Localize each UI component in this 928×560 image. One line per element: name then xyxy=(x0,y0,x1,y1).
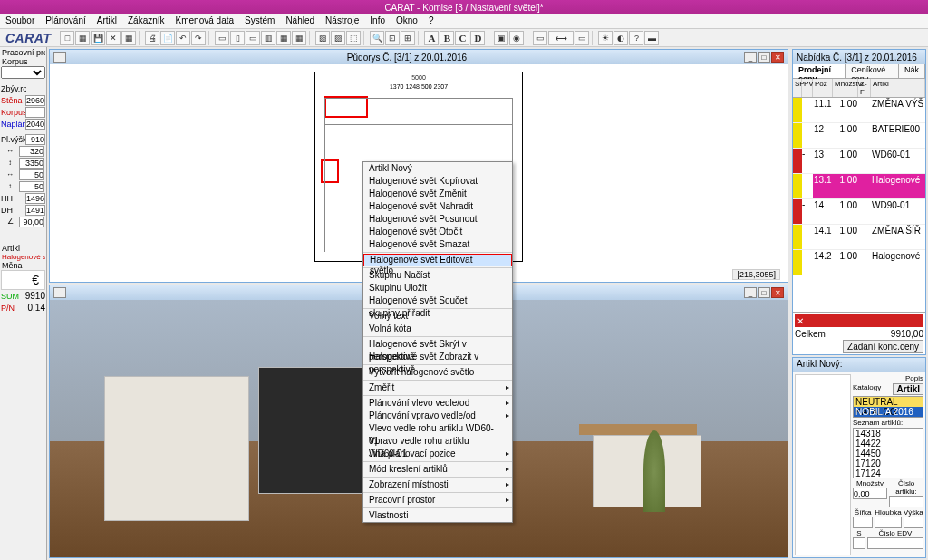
tool-btn[interactable]: ▣ xyxy=(494,31,508,45)
dim-input[interactable] xyxy=(19,146,44,157)
article-code-item[interactable]: 14450 xyxy=(854,449,923,459)
menu-info[interactable]: Info xyxy=(364,14,391,28)
arrow-icon[interactable]: ↔ xyxy=(1,170,19,179)
korpus-select[interactable] xyxy=(1,66,45,79)
tool-btn[interactable]: ↶ xyxy=(176,31,190,45)
depth-input[interactable] xyxy=(875,517,901,528)
catalog-item[interactable]: NOBILIA 2016 xyxy=(854,407,923,417)
context-menu-item[interactable]: Halogenové svět Smazat xyxy=(363,238,512,251)
zadani-button[interactable]: Zadání konc.ceny xyxy=(843,340,923,353)
dim-input[interactable] xyxy=(19,181,44,192)
zoom-icon[interactable]: 🔍 xyxy=(370,31,384,45)
tool-btn[interactable]: ◐ xyxy=(614,31,628,45)
context-menu-item[interactable]: Halogenové svět Nahradit xyxy=(363,200,512,213)
menu-soubor[interactable]: Soubor xyxy=(0,14,40,28)
catalog-list[interactable]: NEUTRAL KATALOG NOBILIA 2016 xyxy=(853,396,923,418)
article-code-item[interactable]: 17124 xyxy=(854,468,923,478)
context-menu-item[interactable]: Zobrazení místnosti xyxy=(363,478,512,491)
context-menu-item[interactable]: Pracovní prostor xyxy=(363,494,512,507)
offer-row[interactable]: 14.21,00Halogenové xyxy=(793,250,925,275)
menu-planovani[interactable]: Plánování xyxy=(40,14,91,28)
tool-btn[interactable]: ▭ xyxy=(533,31,547,45)
tool-btn[interactable]: ⊞ xyxy=(401,31,415,45)
naplan-input[interactable] xyxy=(25,119,45,130)
context-menu-item[interactable]: Vpravo vedle rohu artiklu WD60-01 xyxy=(363,435,512,448)
tool-btn[interactable]: ▦ xyxy=(75,31,90,45)
offer-row[interactable]: 13.11,00Halogenové xyxy=(793,174,925,199)
maximize-icon[interactable]: □ xyxy=(758,287,770,298)
context-menu-item[interactable]: Halogenové svět Posunout xyxy=(363,213,512,226)
menu-nahled[interactable]: Náhled xyxy=(280,14,320,28)
arrow-icon[interactable]: ↕ xyxy=(1,182,19,190)
plvyska-input[interactable] xyxy=(25,134,45,145)
menu-zakaznik[interactable]: Zákazník xyxy=(122,14,170,28)
tab-prodejni[interactable]: Prodejní ceny xyxy=(793,64,846,78)
tool-btn[interactable]: ▭ xyxy=(575,31,589,45)
tool-btn[interactable]: ▦ xyxy=(292,31,306,45)
tool-btn[interactable]: 📄 xyxy=(160,31,175,45)
context-menu-item[interactable]: Halogenové svět Součet skupiny přiřadit xyxy=(363,294,512,307)
text-a-btn[interactable]: A xyxy=(424,31,439,45)
context-menu-item[interactable]: Halogenové svět Zobrazit v perspektivě xyxy=(363,351,512,363)
tool-btn[interactable]: ▦ xyxy=(121,31,136,45)
close-icon[interactable]: ✕ xyxy=(771,287,784,298)
stena-input[interactable] xyxy=(25,95,45,106)
offer-row[interactable]: 11.11,00ZMĚNA VÝŠ xyxy=(793,98,925,123)
context-menu-item[interactable]: Skupinu Načíst xyxy=(363,269,512,282)
offer-row[interactable]: 14.11,00ZMĚNA ŠÍŘ xyxy=(793,225,925,250)
context-menu-item[interactable]: Volný text xyxy=(363,310,512,323)
tool-btn[interactable]: ⊡ xyxy=(385,31,400,45)
tool-btn[interactable]: ↷ xyxy=(191,31,206,45)
text-d-btn[interactable]: D xyxy=(470,31,485,45)
offer-row[interactable]: -141,00WD90-01 xyxy=(793,199,925,225)
context-menu-item[interactable]: Halogenové svět Otočit xyxy=(363,226,512,238)
context-menu-item[interactable]: Vlastnosti xyxy=(363,509,512,522)
context-menu-item[interactable]: Vytvořit halogenové světlo xyxy=(363,366,512,379)
context-menu-item[interactable]: Halogenové svět Kopírovat xyxy=(363,175,512,188)
dh-input[interactable] xyxy=(25,205,45,216)
menu-okno[interactable]: Okno xyxy=(391,14,423,28)
menu-kmenova[interactable]: Kmenová data xyxy=(170,14,240,28)
artikl-tab-btn[interactable]: Artikl xyxy=(893,383,923,395)
tool-btn[interactable]: ▯ xyxy=(230,31,245,45)
context-menu-item[interactable]: Halogenové svět Editovat světlo xyxy=(363,254,512,266)
context-menu-item[interactable]: Mód kreslení artiklů xyxy=(363,463,512,476)
arrow-icon[interactable]: ↔ xyxy=(1,147,19,155)
tool-btn[interactable]: ▦ xyxy=(276,31,291,45)
tool-btn[interactable]: ▨ xyxy=(315,31,330,45)
qty-input[interactable] xyxy=(853,488,887,499)
edv-input[interactable] xyxy=(867,537,923,549)
dim-input[interactable] xyxy=(19,158,44,169)
article-code-item[interactable]: 17120 xyxy=(854,459,923,468)
width-input[interactable] xyxy=(853,517,873,528)
tool-btn[interactable]: □ xyxy=(60,31,74,45)
tool-btn[interactable]: ▬ xyxy=(644,31,659,45)
text-c-btn[interactable]: C xyxy=(455,31,469,45)
arrow-icon[interactable]: ↕ xyxy=(1,159,19,167)
article-code-item[interactable]: 14422 xyxy=(854,439,923,449)
tool-btn[interactable]: ▨ xyxy=(331,31,345,45)
article-code-item[interactable]: 14318 xyxy=(854,429,923,439)
tool-btn[interactable]: ☀ xyxy=(598,31,613,45)
window-icon[interactable] xyxy=(53,287,66,298)
offer-row[interactable]: -131,00WD60-01 xyxy=(793,149,925,174)
angle-icon[interactable]: ∠ xyxy=(1,217,19,226)
context-menu-item[interactable]: Jiná plánovací pozice xyxy=(363,448,512,460)
dim-input[interactable] xyxy=(19,169,44,180)
angle-input[interactable] xyxy=(19,217,44,227)
context-menu-item[interactable]: Plánování vpravo vedle/od xyxy=(363,410,512,422)
tool-btn[interactable]: ⟷ xyxy=(548,31,574,45)
context-menu-item[interactable]: Volná kóta xyxy=(363,323,512,335)
context-menu-item[interactable]: Změřit xyxy=(363,381,512,394)
context-menu-item[interactable]: Halogenové svět Skrýt v perspektivě xyxy=(363,338,512,351)
tool-btn[interactable]: ▭ xyxy=(246,31,260,45)
context-menu-item[interactable]: Vlevo vedle rohu artiklu WD60-01 xyxy=(363,422,512,435)
menu-help[interactable]: ? xyxy=(423,14,440,28)
offer-row[interactable]: 121,00BATERIE00 xyxy=(793,123,925,149)
close-icon[interactable]: ✕ xyxy=(771,52,784,63)
catalog-item[interactable]: NEUTRAL KATALOG xyxy=(854,397,923,407)
tool-btn[interactable]: ⬚ xyxy=(346,31,361,45)
tool-btn[interactable]: ▭ xyxy=(215,31,229,45)
window-icon[interactable] xyxy=(53,52,66,63)
delete-icon[interactable]: ✕ xyxy=(106,31,121,45)
